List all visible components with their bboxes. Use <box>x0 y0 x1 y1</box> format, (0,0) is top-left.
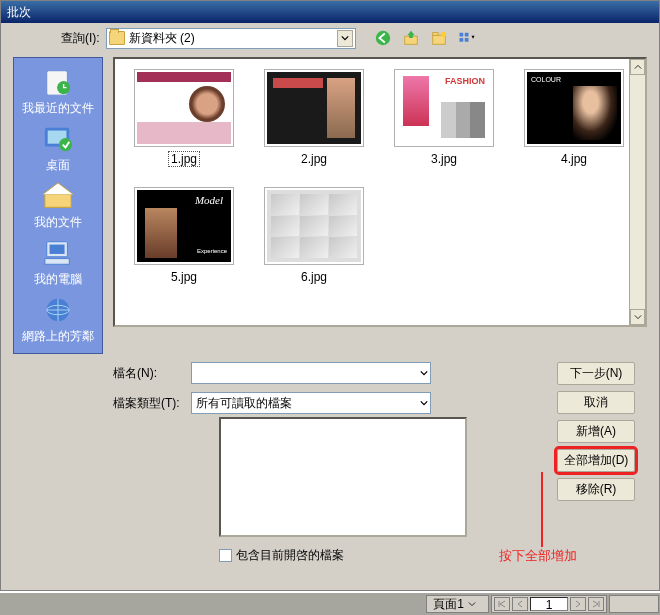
nav-icons <box>372 27 478 49</box>
callout-text: 按下全部增加 <box>499 547 577 565</box>
sidebar-item-label: 網路上的芳鄰 <box>22 328 94 345</box>
last-page-icon[interactable] <box>588 597 604 611</box>
status-page-seg: 頁面1 <box>426 595 489 613</box>
desktop-icon <box>40 123 76 155</box>
next-page-icon[interactable] <box>570 597 586 611</box>
file-label: 5.jpg <box>168 269 200 285</box>
file-item[interactable]: 3.jpg <box>389 69 499 167</box>
lookin-row: 查詢(I): 新資料夾 (2) <box>61 27 647 49</box>
scrollbar[interactable] <box>629 59 645 325</box>
filetype-label: 檔案類型(T): <box>113 395 185 412</box>
status-page-label: 頁面1 <box>433 596 464 613</box>
sidebar-item-label: 我最近的文件 <box>22 100 94 117</box>
chevron-down-icon[interactable] <box>420 396 428 410</box>
titlebar[interactable]: 批次 <box>1 1 659 23</box>
batch-dialog: 批次 查詢(I): 新資料夾 (2) 我最近的 <box>0 0 660 591</box>
sidebar-item-desktop[interactable]: 桌面 <box>40 123 76 174</box>
svg-rect-17 <box>45 259 69 265</box>
svg-rect-6 <box>464 33 468 37</box>
prev-page-icon[interactable] <box>512 597 528 611</box>
svg-rect-14 <box>45 194 71 207</box>
file-item[interactable]: 4.jpg <box>519 69 629 167</box>
window-title: 批次 <box>7 5 31 19</box>
file-item[interactable]: Experience5.jpg <box>129 187 239 285</box>
lookin-dropdown[interactable]: 新資料夾 (2) <box>106 28 356 49</box>
dialog-content: 查詢(I): 新資料夾 (2) 我最近的文件 <box>13 27 647 552</box>
lookin-label: 查詢(I): <box>61 30 100 47</box>
filetype-value: 所有可讀取的檔案 <box>196 395 292 412</box>
places-sidebar: 我最近的文件 桌面 我的文件 我的電腦 網路上的芳鄰 <box>13 57 103 354</box>
back-icon[interactable] <box>372 27 394 49</box>
include-open-label: 包含目前開啓的檔案 <box>236 547 344 564</box>
file-item[interactable]: 6.jpg <box>259 187 369 285</box>
recent-icon <box>40 66 76 98</box>
add-button[interactable]: 新增(A) <box>557 420 635 443</box>
network-icon <box>40 294 76 326</box>
mycomp-icon <box>40 237 76 269</box>
sidebar-item-label: 我的電腦 <box>34 271 82 288</box>
scroll-up-icon[interactable] <box>630 59 645 75</box>
svg-rect-16 <box>50 245 65 254</box>
chevron-down-icon[interactable] <box>337 30 353 47</box>
callout-line <box>541 472 543 547</box>
newfolder-icon[interactable] <box>428 27 450 49</box>
statusbar: 頁面1 1 <box>0 593 660 615</box>
svg-rect-7 <box>459 38 463 42</box>
sidebar-item-label: 桌面 <box>46 157 70 174</box>
file-label: 1.jpg <box>168 151 200 167</box>
sidebar-item-label: 我的文件 <box>34 214 82 231</box>
cancel-button[interactable]: 取消 <box>557 391 635 414</box>
svg-rect-8 <box>464 38 468 42</box>
include-open-row: 包含目前開啓的檔案 <box>219 547 344 564</box>
up-icon[interactable] <box>400 27 422 49</box>
status-empty-seg <box>609 595 659 613</box>
include-open-checkbox[interactable] <box>219 549 232 562</box>
svg-point-0 <box>375 31 389 45</box>
sidebar-item-mydocs[interactable]: 我的文件 <box>34 180 82 231</box>
sidebar-item-network[interactable]: 網路上的芳鄰 <box>22 294 94 345</box>
status-nav-seg: 1 <box>491 595 607 613</box>
page-number-input[interactable]: 1 <box>530 597 568 611</box>
file-label: 2.jpg <box>298 151 330 167</box>
sidebar-item-recent[interactable]: 我最近的文件 <box>22 66 94 117</box>
file-label: 3.jpg <box>428 151 460 167</box>
right-buttons: 下一步(N) 取消 新增(A) 全部增加(D) 移除(R) <box>557 362 635 501</box>
scroll-down-icon[interactable] <box>630 309 645 325</box>
first-page-icon[interactable] <box>494 597 510 611</box>
chevron-down-icon[interactable] <box>420 366 428 380</box>
folder-icon <box>109 31 125 45</box>
remove-button[interactable]: 移除(R) <box>557 478 635 501</box>
chevron-down-icon[interactable] <box>468 597 482 611</box>
sidebar-item-mycomp[interactable]: 我的電腦 <box>34 237 82 288</box>
addall-button[interactable]: 全部增加(D) <box>557 449 635 472</box>
filetype-dropdown[interactable]: 所有可讀取的檔案 <box>191 392 431 414</box>
file-item[interactable]: 1.jpg <box>129 69 239 167</box>
svg-point-13 <box>59 138 72 151</box>
file-list[interactable]: 1.jpg 2.jpg 3.jpg 4.jpg Experience5.jpg … <box>113 57 647 327</box>
file-label: 4.jpg <box>558 151 590 167</box>
file-label: 6.jpg <box>298 269 330 285</box>
mydocs-icon <box>40 180 76 212</box>
filename-label: 檔名(N): <box>113 365 185 382</box>
svg-point-4 <box>440 32 445 37</box>
next-button[interactable]: 下一步(N) <box>557 362 635 385</box>
filename-input[interactable] <box>191 362 431 384</box>
file-item[interactable]: 2.jpg <box>259 69 369 167</box>
body-row: 我最近的文件 桌面 我的文件 我的電腦 網路上的芳鄰 <box>13 57 647 354</box>
lookin-value: 新資料夾 (2) <box>129 30 195 47</box>
selected-files-list[interactable] <box>219 417 467 537</box>
svg-rect-5 <box>459 33 463 37</box>
viewmenu-icon[interactable] <box>456 27 478 49</box>
svg-rect-3 <box>432 33 437 36</box>
